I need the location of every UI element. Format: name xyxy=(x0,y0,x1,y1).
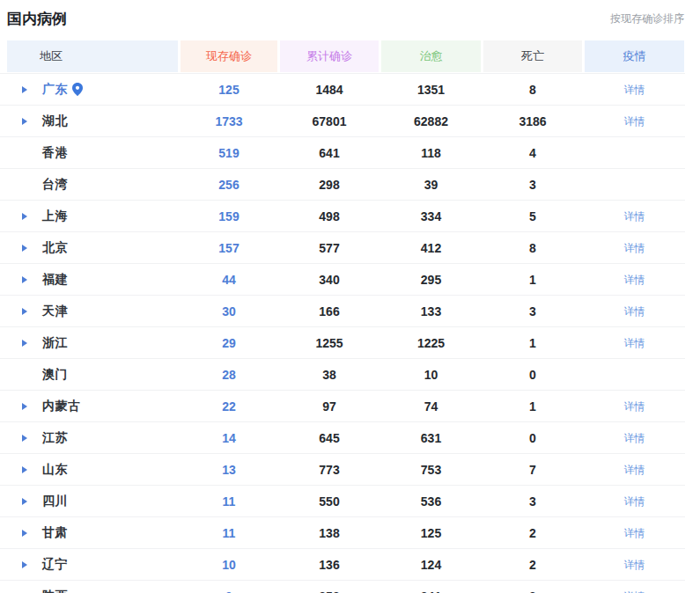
table-row[interactable]: 天津301661333详情 xyxy=(0,296,685,327)
expand-arrow-icon[interactable] xyxy=(22,86,27,93)
expand-arrow-icon[interactable] xyxy=(22,308,27,315)
deaths-value: 1 xyxy=(483,273,582,287)
region-name: 四川 xyxy=(42,494,68,509)
column-header-detail: 疫情 xyxy=(585,40,684,72)
region-cell: 香港 xyxy=(7,145,178,161)
table-row[interactable]: 上海1594983345详情 xyxy=(0,201,685,232)
detail-link[interactable]: 详情 xyxy=(624,337,645,349)
detail-cell: 详情 xyxy=(585,524,684,541)
table-row[interactable]: 湖北173367801628823186详情 xyxy=(0,106,685,137)
detail-link[interactable]: 详情 xyxy=(624,115,645,128)
expand-arrow-icon[interactable] xyxy=(22,245,27,252)
detail-link[interactable]: 详情 xyxy=(624,559,645,571)
detail-link[interactable]: 详情 xyxy=(624,305,645,318)
expand-arrow-icon[interactable] xyxy=(22,118,27,125)
expand-icon-slot xyxy=(7,498,42,505)
detail-link[interactable]: 详情 xyxy=(624,432,645,444)
expand-icon-slot xyxy=(7,86,42,93)
region-name: 内蒙古 xyxy=(42,399,81,414)
region-cell: 甘肃 xyxy=(7,525,178,541)
region-cell: 四川 xyxy=(7,494,178,509)
cured-value: 1225 xyxy=(381,336,481,350)
expand-icon-slot xyxy=(7,245,42,252)
region-name: 上海 xyxy=(42,209,68,224)
region-name: 山东 xyxy=(42,462,68,478)
region-name: 湖北 xyxy=(42,113,68,129)
cured-value: 74 xyxy=(381,399,481,414)
region-name: 浙江 xyxy=(42,335,68,351)
current-confirmed-value: 519 xyxy=(181,146,277,160)
table-row[interactable]: 北京1575774128详情 xyxy=(0,232,685,264)
table-row: 台湾256298393 xyxy=(0,169,685,201)
table-row[interactable]: 江苏146456310详情 xyxy=(0,422,685,454)
region-name: 江苏 xyxy=(42,430,68,446)
expand-arrow-icon[interactable] xyxy=(22,561,27,568)
expand-arrow-icon[interactable] xyxy=(22,213,27,220)
expand-arrow-icon[interactable] xyxy=(22,340,27,347)
cured-value: 125 xyxy=(381,526,481,540)
detail-link[interactable]: 详情 xyxy=(624,495,645,508)
region-cell: 广东 xyxy=(7,82,178,98)
region-name: 香港 xyxy=(42,145,68,161)
expand-arrow-icon[interactable] xyxy=(22,435,27,442)
detail-link[interactable]: 详情 xyxy=(624,84,645,96)
region-cell: 浙江 xyxy=(7,335,178,351)
current-confirmed-value: 29 xyxy=(181,336,277,350)
detail-link[interactable]: 详情 xyxy=(624,210,645,223)
cumulative-confirmed-value: 577 xyxy=(280,241,379,255)
cumulative-confirmed-value: 1255 xyxy=(280,336,379,350)
cured-value: 241 xyxy=(381,589,481,593)
current-confirmed-value: 11 xyxy=(181,494,277,509)
current-confirmed-value: 13 xyxy=(181,463,277,477)
detail-cell: 详情 xyxy=(585,271,684,288)
detail-link[interactable]: 详情 xyxy=(624,527,645,539)
table-row[interactable]: 福建443402951详情 xyxy=(0,264,685,296)
deaths-value: 3 xyxy=(483,304,582,318)
region-cell: 澳门 xyxy=(7,367,178,383)
cumulative-confirmed-value: 498 xyxy=(280,209,379,223)
cured-value: 1351 xyxy=(381,83,481,97)
deaths-value: 7 xyxy=(483,463,582,477)
detail-cell: 详情 xyxy=(585,208,684,224)
cumulative-confirmed-value: 340 xyxy=(280,273,379,287)
table-row[interactable]: 广东125148413518详情 xyxy=(0,74,685,106)
detail-link[interactable]: 详情 xyxy=(624,274,645,286)
table-row[interactable]: 浙江29125512251详情 xyxy=(0,327,685,359)
region-name: 甘肃 xyxy=(42,525,68,541)
table-row[interactable]: 内蒙古2297741详情 xyxy=(0,391,685,422)
expand-icon-slot xyxy=(7,435,42,442)
detail-cell: 详情 xyxy=(585,461,684,478)
expand-arrow-icon[interactable] xyxy=(22,466,27,473)
detail-cell: 详情 xyxy=(585,113,684,129)
table-row[interactable]: 陕西92532413详情 xyxy=(0,581,685,593)
region-cell: 台湾 xyxy=(7,177,178,193)
deaths-value: 1 xyxy=(483,399,582,414)
expand-arrow-icon[interactable] xyxy=(22,276,27,283)
region-cell: 福建 xyxy=(7,272,178,288)
expand-arrow-icon[interactable] xyxy=(22,403,27,410)
cured-value: 753 xyxy=(381,463,481,477)
deaths-value: 3 xyxy=(483,589,582,593)
detail-link[interactable]: 详情 xyxy=(624,400,645,413)
cured-value: 631 xyxy=(381,431,481,445)
column-header-cumulative: 累计确诊 xyxy=(280,40,379,72)
expand-icon-slot xyxy=(7,403,42,410)
detail-link[interactable]: 详情 xyxy=(624,464,645,476)
expand-icon-slot xyxy=(7,340,42,347)
region-cell: 内蒙古 xyxy=(7,399,178,414)
expand-icon-slot xyxy=(7,530,42,537)
cured-value: 10 xyxy=(381,368,481,382)
table-row: 香港5196411184 xyxy=(0,137,685,169)
table-row[interactable]: 甘肃111381252详情 xyxy=(0,517,685,549)
detail-cell: 详情 xyxy=(585,556,684,573)
detail-link[interactable]: 详情 xyxy=(624,242,645,254)
region-name: 陕西 xyxy=(42,589,68,593)
region-name: 福建 xyxy=(42,272,68,288)
cured-value: 334 xyxy=(381,209,481,223)
table-row[interactable]: 四川115505363详情 xyxy=(0,486,685,517)
table-row[interactable]: 山东137737537详情 xyxy=(0,454,685,486)
expand-arrow-icon[interactable] xyxy=(22,530,27,537)
deaths-value: 5 xyxy=(483,209,582,223)
table-row[interactable]: 辽宁101361242详情 xyxy=(0,549,685,581)
expand-arrow-icon[interactable] xyxy=(22,498,27,505)
